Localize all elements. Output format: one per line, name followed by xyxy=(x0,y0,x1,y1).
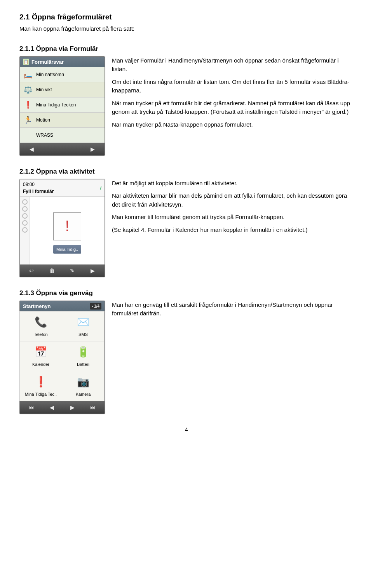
start-kalender[interactable]: 📅 Kalender xyxy=(19,341,62,371)
calendar-icon: 📅 xyxy=(35,344,47,360)
start-grid: 📞 Telefon ✉️ SMS 📅 Kalender 🔋 Batteri ❗ xyxy=(20,311,105,401)
edit-icon[interactable]: ✎ xyxy=(67,267,78,275)
para: Man kommer till formuläret genom att try… xyxy=(112,213,354,222)
reminder-icon[interactable]: ! xyxy=(53,212,81,240)
alert-icon: ❗ xyxy=(23,100,33,110)
para: När man trycker på ett formulär blir det… xyxy=(112,99,354,117)
para: När man trycker på Nästa-knappen öppnas … xyxy=(112,120,354,129)
page-next-icon[interactable]: ⏭ xyxy=(87,404,98,411)
activity-caption[interactable]: Mina Tidig.. xyxy=(53,245,81,254)
info-icon[interactable]: i xyxy=(100,184,101,191)
cell-label: Kalender xyxy=(32,361,49,368)
dot xyxy=(22,220,28,226)
cell-label: Mina Tidiga Tec.. xyxy=(25,391,57,398)
start-sms[interactable]: ✉️ SMS xyxy=(62,311,105,341)
heading-2-1-2: 2.1.2 Öppna via aktivitet xyxy=(19,167,354,177)
activity-time: 09:00 xyxy=(23,181,54,188)
delete-icon[interactable]: 🗑 xyxy=(47,267,58,275)
next-icon[interactable]: ▶ xyxy=(87,267,98,275)
list-item[interactable]: ❗ Mina Tidiga Tecken xyxy=(20,97,105,113)
list-item-label: Min nattsömn xyxy=(36,71,64,78)
para: Man väljer Formulär i Handimenyn/Startme… xyxy=(112,56,354,74)
list-item-label: WRASS xyxy=(36,132,53,139)
dot xyxy=(22,213,28,219)
page-indicator: ▪ 1/4 xyxy=(90,303,101,310)
form-icon: 📋 xyxy=(23,59,29,65)
text-2-1-3: Man har en genväg till ett särskilt fråg… xyxy=(112,301,354,322)
heading-2-1: 2.1 Öppna frågeformuläret xyxy=(19,12,354,23)
page-number: 4 xyxy=(19,426,354,434)
list-item-label: Min vikt xyxy=(36,86,52,93)
phone-title: Formulärsvar xyxy=(31,58,64,66)
phone-activity: 09:00 Fyll i formulär i ! Mina Tidig.. xyxy=(19,179,105,278)
back-icon[interactable]: ↩ xyxy=(26,267,37,275)
activity-header: 09:00 Fyll i formulär i xyxy=(20,179,105,197)
page-dot-icon: ▪ xyxy=(92,303,93,309)
phone-titlebar: Startmenyn ▪ 1/4 xyxy=(20,301,105,312)
spacer xyxy=(67,145,78,153)
start-kamera[interactable]: 📷 Kamera xyxy=(62,371,105,401)
phone-bottombar: ⏮ ◀ ▶ ⏭ xyxy=(20,401,105,414)
section-2-1-1: 2.1.1 Öppna via Formulär 📋 Formulärsvar … xyxy=(19,44,354,156)
phone-bottombar: ◀ ▶ xyxy=(20,143,105,155)
section-2-1: 2.1 Öppna frågeformuläret Man kan öppna … xyxy=(19,12,354,33)
intro-2-1: Man kan öppna frågeformuläret på flera s… xyxy=(19,24,354,33)
dot xyxy=(22,227,28,233)
section-2-1-3: 2.1.3 Öppna via genväg Startmenyn ▪ 1/4 … xyxy=(19,288,354,414)
section-2-1-2: 2.1.2 Öppna via aktivitet 09:00 Fyll i f… xyxy=(19,167,354,277)
start-mina-tidiga[interactable]: ❗ Mina Tidiga Tec.. xyxy=(19,371,62,401)
phone-icon: 📞 xyxy=(35,315,47,330)
heading-2-1-1: 2.1.1 Öppna via Formulär xyxy=(19,44,354,54)
phone-startmenu: Startmenyn ▪ 1/4 📞 Telefon ✉️ SMS 📅 Kale… xyxy=(19,301,105,414)
dot xyxy=(22,199,28,205)
blank-icon xyxy=(23,130,33,140)
cell-label: SMS xyxy=(78,331,88,338)
activity-title: Fyll i formulär xyxy=(23,189,54,194)
phone-formularsvar: 📋 Formulärsvar 🛏️ Min nattsömn ⚖️ Min vi… xyxy=(19,56,105,156)
list-item-label: Mina Tidiga Tecken xyxy=(36,101,76,108)
phone-title: Startmenyn xyxy=(23,303,51,310)
activity-main: ! Mina Tidig.. xyxy=(30,197,105,265)
cell-label: Telefon xyxy=(34,331,47,338)
list-item[interactable]: WRASS xyxy=(20,128,105,143)
prev-icon[interactable]: ◀ xyxy=(26,145,37,153)
page-indicator-text: 1/4 xyxy=(94,303,99,309)
list-item[interactable]: 🏃 Motion xyxy=(20,113,105,128)
start-telefon[interactable]: 📞 Telefon xyxy=(19,311,62,341)
quarter-dots xyxy=(20,197,30,265)
cell-label: Batteri xyxy=(77,361,89,368)
alert-icon: ❗ xyxy=(35,374,47,390)
phone-bottombar: ↩ 🗑 ✎ ▶ xyxy=(20,264,105,277)
spacer xyxy=(47,145,58,153)
list-item[interactable]: 🛏️ Min nattsömn xyxy=(20,67,105,82)
running-icon: 🏃 xyxy=(23,115,33,125)
start-batteri[interactable]: 🔋 Batteri xyxy=(62,341,105,371)
sms-icon: ✉️ xyxy=(77,315,89,330)
para: (Se kapitel 4. Formulär i Kalender hur m… xyxy=(112,226,354,235)
para: När aktiviteten larmar blir man dels påm… xyxy=(112,191,354,209)
phone-titlebar: 📋 Formulärsvar xyxy=(20,57,105,68)
list-item[interactable]: ⚖️ Min vikt xyxy=(20,82,105,97)
bed-icon: 🛏️ xyxy=(23,70,33,80)
battery-icon: 🔋 xyxy=(77,344,89,360)
para: Om det inte finns några formulär är list… xyxy=(112,78,354,95)
heading-2-1-3: 2.1.3 Öppna via genväg xyxy=(19,288,354,298)
cell-label: Kamera xyxy=(76,391,91,398)
para: Det är möjligt att koppla formulären til… xyxy=(112,179,354,188)
list-item-label: Motion xyxy=(36,117,50,124)
text-2-1-1: Man väljer Formulär i Handimenyn/Startme… xyxy=(112,56,354,133)
scale-icon: ⚖️ xyxy=(23,85,33,95)
para: Man har en genväg till ett särskilt fråg… xyxy=(112,301,354,318)
page-prev-icon[interactable]: ⏮ xyxy=(26,404,37,411)
dot xyxy=(22,206,28,212)
prev-icon[interactable]: ◀ xyxy=(47,404,58,411)
form-list: 🛏️ Min nattsömn ⚖️ Min vikt ❗ Mina Tidig… xyxy=(20,67,105,143)
next-icon[interactable]: ▶ xyxy=(67,404,78,411)
activity-body: ! Mina Tidig.. xyxy=(20,197,105,265)
camera-icon: 📷 xyxy=(77,374,89,390)
next-icon[interactable]: ▶ xyxy=(87,145,98,153)
text-2-1-2: Det är möjligt att koppla formulären til… xyxy=(112,179,354,238)
